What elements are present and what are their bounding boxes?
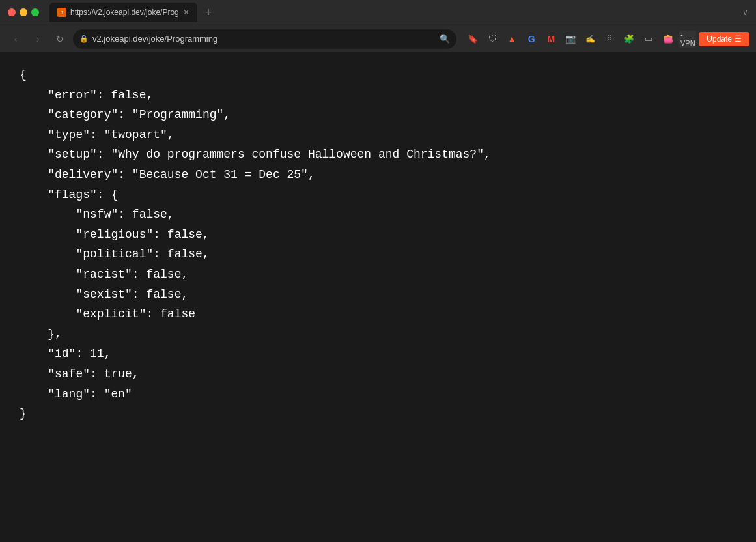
puzzle-icon[interactable]: 🧩 bbox=[621, 31, 637, 48]
setup-key: "setup" bbox=[48, 148, 97, 161]
delivery-val: "Because Oct 31 = Dec 25", bbox=[132, 168, 315, 181]
wallet-icon[interactable]: 👛 bbox=[660, 31, 677, 48]
close-button[interactable] bbox=[8, 8, 16, 16]
forward-button[interactable]: › bbox=[29, 30, 47, 48]
forward-icon: › bbox=[36, 34, 40, 44]
tab-bar: J https://v2.jokeapi.dev/joke/Prog ✕ + bbox=[49, 3, 217, 22]
extensions-icon[interactable]: ⠿ bbox=[601, 31, 618, 48]
nsfw-key: "nsfw" bbox=[76, 208, 118, 221]
religious-key: "religious" bbox=[76, 228, 153, 241]
minimize-button[interactable] bbox=[20, 8, 27, 16]
search-icon: 🔍 bbox=[440, 34, 450, 44]
back-button[interactable]: ‹ bbox=[7, 30, 25, 48]
chevron-down-icon: ∨ bbox=[742, 8, 748, 17]
lock-icon: 🔒 bbox=[79, 35, 89, 43]
political-key: "political" bbox=[76, 248, 153, 261]
reload-icon: ↻ bbox=[56, 34, 64, 44]
delivery-key: "delivery" bbox=[48, 168, 118, 181]
toolbar-icons: 🔖 🛡 ▲ G M 📷 ✍ ⠿ 🧩 ▭ 👛 • VPN Update ☰ bbox=[464, 31, 749, 48]
camera-icon[interactable]: 📷 bbox=[562, 31, 579, 48]
id-key: "id" bbox=[48, 347, 76, 360]
tab-close-icon[interactable]: ✕ bbox=[183, 8, 189, 17]
json-content: { "error": false, "category": "Programmi… bbox=[0, 52, 756, 542]
setup-val: "Why do programmers confuse Halloween an… bbox=[111, 148, 490, 161]
political-val: false, bbox=[167, 248, 210, 261]
json-close-brace: } bbox=[20, 407, 27, 420]
category-key: "category" bbox=[48, 108, 118, 121]
safe-val: true, bbox=[104, 367, 139, 380]
script-icon[interactable]: ✍ bbox=[581, 31, 598, 48]
titlebar: J https://v2.jokeapi.dev/joke/Prog ✕ + ∨ bbox=[0, 0, 756, 25]
religious-val: false, bbox=[167, 228, 210, 241]
explicit-val: false bbox=[160, 307, 195, 321]
explicit-key: "explicit" bbox=[76, 307, 146, 321]
shield-icon[interactable]: 🛡 bbox=[484, 31, 501, 48]
sidebar-icon[interactable]: ▭ bbox=[640, 31, 657, 48]
navbar: ‹ › ↻ 🔒 v2.jokeapi.dev/joke/Programming … bbox=[0, 25, 756, 52]
flags-key: "flags" bbox=[48, 188, 97, 201]
gmail-icon[interactable]: M bbox=[542, 31, 559, 48]
sexist-key: "sexist" bbox=[76, 288, 132, 301]
menu-icon: ☰ bbox=[735, 35, 742, 44]
address-text: v2.jokeapi.dev/joke/Programming bbox=[92, 34, 436, 44]
category-val: "Programming", bbox=[132, 108, 231, 121]
tab-title: https://v2.jokeapi.dev/joke/Prog bbox=[70, 8, 179, 17]
titlebar-right: ∨ bbox=[742, 8, 748, 17]
lang-val: "en" bbox=[104, 388, 132, 401]
flags-close-brace: }, bbox=[48, 328, 62, 341]
active-tab[interactable]: J https://v2.jokeapi.dev/joke/Prog ✕ bbox=[49, 3, 197, 22]
safe-key: "safe" bbox=[48, 367, 90, 380]
new-tab-button[interactable]: + bbox=[200, 6, 217, 20]
type-key: "type" bbox=[48, 128, 90, 141]
update-button[interactable]: Update ☰ bbox=[699, 32, 749, 46]
back-icon: ‹ bbox=[14, 34, 18, 44]
racist-val: false, bbox=[146, 268, 188, 281]
flags-open-brace: { bbox=[111, 188, 118, 201]
racist-key: "racist" bbox=[76, 268, 132, 281]
google-icon[interactable]: G bbox=[523, 31, 540, 48]
error-key: "error" bbox=[48, 89, 97, 102]
address-bar[interactable]: 🔒 v2.jokeapi.dev/joke/Programming 🔍 bbox=[73, 29, 456, 49]
bookmark-icon[interactable]: 🔖 bbox=[464, 31, 481, 48]
vpn-label[interactable]: • VPN bbox=[679, 31, 696, 48]
brave-rewards-icon[interactable]: ▲ bbox=[503, 31, 520, 48]
id-val: 11, bbox=[90, 347, 111, 360]
nsfw-val: false, bbox=[132, 208, 175, 221]
maximize-button[interactable] bbox=[31, 8, 39, 16]
reload-button[interactable]: ↻ bbox=[51, 30, 69, 48]
error-val: false, bbox=[111, 89, 153, 102]
lang-key: "lang" bbox=[48, 388, 90, 401]
json-open-brace: { bbox=[20, 68, 27, 81]
type-val: "twopart", bbox=[104, 128, 175, 141]
sexist-val: false, bbox=[146, 288, 188, 301]
traffic-lights bbox=[8, 8, 39, 16]
tab-favicon: J bbox=[57, 8, 66, 17]
